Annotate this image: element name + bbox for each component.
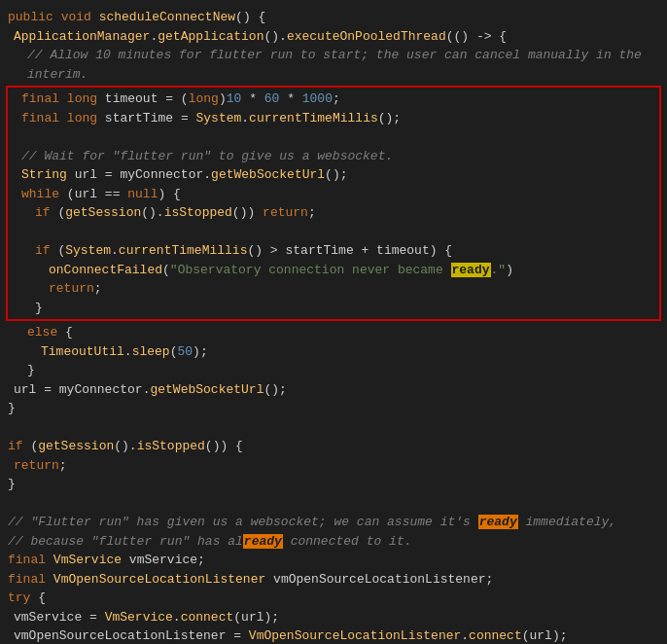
code-line: // because "flutter run" has already con… — [0, 532, 667, 552]
code-line: final VmService vmService; — [0, 551, 667, 570]
highlight-ready-3: ready — [243, 534, 283, 549]
code-line — [8, 127, 659, 147]
code-line: try { — [0, 589, 667, 608]
code-line — [0, 418, 667, 438]
code-line: final long startTime = System.currentTim… — [8, 109, 659, 128]
code-line: vmService = VmService.connect(url); — [0, 608, 667, 627]
code-line: // Allow 10 minutes for flutter run to s… — [0, 46, 667, 84]
code-line: TimeoutUtil.sleep(50); — [0, 342, 667, 362]
code-line: } — [0, 475, 667, 494]
highlighted-block: final long timeout = (long)10 * 60 * 100… — [6, 86, 661, 321]
code-line: onConnectFailed("Observatory connection … — [8, 261, 659, 280]
code-line — [0, 494, 667, 514]
code-line: return; — [8, 279, 659, 299]
code-line: vmOpenSourceLocationListener = VmOpenSou… — [0, 626, 667, 644]
highlight-ready-1: ready — [451, 263, 491, 277]
code-line: if (getSession().isStopped()) { — [0, 437, 667, 456]
code-line: while (url == null) { — [8, 185, 659, 204]
code-line: String url = myConnector.getWebSocketUrl… — [8, 165, 659, 185]
code-viewer: public void scheduleConnectNew() { Appli… — [0, 8, 667, 644]
code-line: ApplicationManager.getApplication().exec… — [0, 27, 667, 47]
highlight-ready-2: ready — [478, 515, 518, 529]
code-line — [8, 223, 659, 242]
code-line: url = myConnector.getWebSocketUrl(); — [0, 380, 667, 400]
code-line: public void scheduleConnectNew() { — [0, 8, 667, 27]
code-line: return; — [0, 456, 667, 476]
code-line: if (System.currentTimeMillis() > startTi… — [8, 241, 659, 261]
code-line: } — [0, 399, 667, 418]
code-line: } — [0, 361, 667, 380]
code-line: } — [8, 299, 659, 318]
code-line: final long timeout = (long)10 * 60 * 100… — [8, 89, 659, 109]
code-line: final VmOpenSourceLocationListener vmOpe… — [0, 570, 667, 590]
code-line: else { — [0, 323, 667, 342]
code-line: if (getSession().isStopped()) return; — [8, 203, 659, 223]
code-line: // "Flutter run" has given us a websocke… — [0, 513, 667, 532]
code-line: // Wait for "flutter run" to give us a w… — [8, 147, 659, 166]
